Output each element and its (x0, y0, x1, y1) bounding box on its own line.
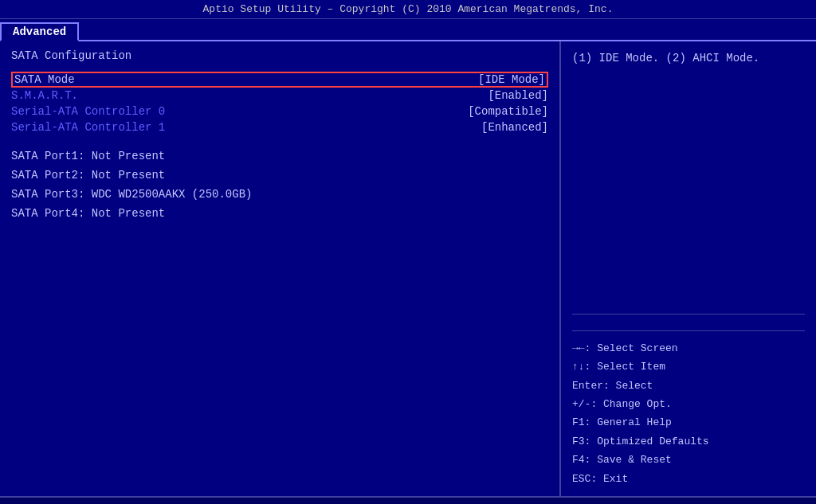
help-divider (572, 330, 805, 331)
sata-mode-value: [IDE Mode] (478, 73, 545, 86)
key-help: →←: Select Screen ↑↓: Select Item Enter:… (572, 339, 805, 488)
tab-advanced[interactable]: Advanced (0, 22, 79, 41)
header-title: Aptio Setup Utility – Copyright (C) 2010… (203, 3, 614, 15)
smart-label: S.M.A.R.T. (11, 89, 78, 102)
section-title: SATA Configuration (11, 49, 548, 62)
sata-ctrl1-value: [Enhanced] (481, 121, 548, 134)
sata-mode-label: SATA Mode (14, 73, 75, 86)
config-item-sata-mode[interactable]: SATA Mode [IDE Mode] (11, 72, 548, 88)
smart-value: [Enabled] (488, 89, 548, 102)
right-panel: (1) IDE Mode. (2) AHCI Mode. →←: Select … (561, 41, 816, 496)
key-help-line-4: +/-: Change Opt. (572, 395, 805, 413)
config-item-sata-ctrl1[interactable]: Serial-ATA Controller 1 [Enhanced] (11, 119, 548, 135)
key-help-line-6: F3: Optimized Defaults (572, 432, 805, 451)
tab-bar: Advanced (0, 19, 816, 40)
main-content: SATA Configuration SATA Mode [IDE Mode] … (0, 40, 816, 496)
bottom-bar (0, 496, 816, 504)
key-help-line-2: ↑↓: Select Item (572, 357, 805, 376)
sata-ctrl0-label: Serial-ATA Controller 0 (11, 105, 165, 118)
hint-text: (1) IDE Mode. (2) AHCI Mode. (572, 49, 805, 315)
port-item-4: SATA Port4: Not Present (11, 207, 548, 220)
key-help-line-5: F1: General Help (572, 413, 805, 432)
key-help-line-8: ESC: Exit (572, 470, 805, 488)
key-help-line-1: →←: Select Screen (572, 339, 805, 357)
port-item-2: SATA Port2: Not Present (11, 169, 548, 182)
sata-ctrl0-value: [Compatible] (468, 105, 548, 118)
sata-ctrl1-label: Serial-ATA Controller 1 (11, 121, 165, 134)
config-item-smart[interactable]: S.M.A.R.T. [Enabled] (11, 88, 548, 104)
port-item-3: SATA Port3: WDC WD2500AAKX (250.0GB) (11, 188, 548, 201)
left-panel: SATA Configuration SATA Mode [IDE Mode] … (0, 41, 561, 496)
key-help-line-7: F4: Save & Reset (572, 451, 805, 469)
config-item-sata-ctrl0[interactable]: Serial-ATA Controller 0 [Compatible] (11, 104, 548, 119)
key-help-line-3: Enter: Select (572, 377, 805, 395)
header-bar: Aptio Setup Utility – Copyright (C) 2010… (0, 0, 816, 19)
port-item-1: SATA Port1: Not Present (11, 150, 548, 162)
